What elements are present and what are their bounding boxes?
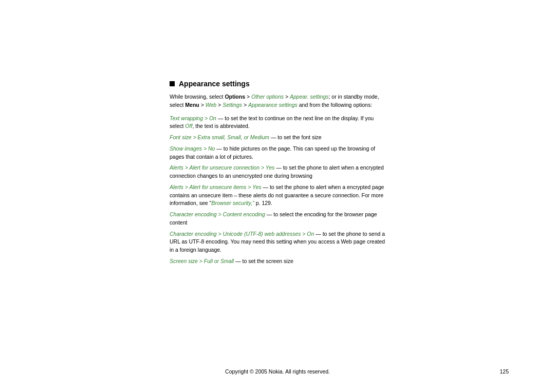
option-alerts-items-label: Alerts > Alert for unsecure items > Yes xyxy=(170,184,262,190)
option-char-encoding-unicode-label: Character encoding > Unicode (UTF-8) web… xyxy=(170,231,314,237)
option-show-images: Show images > No — to hide pictures on t… xyxy=(170,145,385,161)
section-header: Appearance settings xyxy=(170,80,385,88)
option-screen-size-label: Screen size > Full or Small xyxy=(170,258,234,264)
appear-settings-link: Appear. settings xyxy=(290,94,329,100)
options-bold: Options xyxy=(225,94,245,100)
appearance-settings-link: Appearance settings xyxy=(248,102,298,108)
option-screen-size: Screen size > Full or Small — to set the… xyxy=(170,257,385,266)
option-alerts-connection-label: Alerts > Alert for unsecure connection >… xyxy=(170,164,274,171)
menu-bold: Menu xyxy=(185,102,199,108)
intro-text-1f: > xyxy=(216,102,223,108)
intro-text-1e: > xyxy=(199,102,206,108)
option-font-size-desc: — to set the font size xyxy=(269,134,322,140)
option-screen-size-desc: — to set the screen size xyxy=(234,258,293,264)
section-title: Appearance settings xyxy=(179,80,250,88)
option-alerts-connection: Alerts > Alert for unsecure connection >… xyxy=(170,164,385,180)
option-font-size-label: Font size > Extra small, Small, or Mediu… xyxy=(170,134,269,140)
section-bullet-icon xyxy=(170,81,175,86)
intro-text-1b: > xyxy=(245,94,251,100)
footer-copyright: Copyright © 2005 Nokia. All rights reser… xyxy=(225,368,330,375)
option-text-wrapping-off: Off xyxy=(185,123,192,129)
content-area: Appearance settings While browsing, sele… xyxy=(170,80,385,269)
footer-page-number: 125 xyxy=(499,368,509,375)
intro-text-1c: > xyxy=(284,94,290,100)
intro-text-1g: > xyxy=(242,102,248,108)
option-alerts-items-end: p. 129. xyxy=(254,200,272,206)
browser-security-link[interactable]: Browser security," xyxy=(211,200,254,206)
option-char-encoding-content: Character encoding > Content encoding — … xyxy=(170,211,385,227)
option-text-wrapping-label: Text wrapping > On xyxy=(170,115,216,121)
page: Appearance settings While browsing, sele… xyxy=(0,0,555,392)
intro-paragraph: While browsing, select Options > Other o… xyxy=(170,93,385,109)
option-alerts-items: Alerts > Alert for unsecure items > Yes … xyxy=(170,183,385,208)
option-show-images-label: Show images > No xyxy=(170,145,215,152)
intro-text-1h: and from the following options: xyxy=(298,102,372,108)
settings-link: Settings xyxy=(223,102,242,108)
intro-text-1: While browsing, select xyxy=(170,94,225,100)
option-text-wrapping-end: , the text is abbreviated. xyxy=(192,123,249,129)
option-text-wrapping: Text wrapping > On — to set the text to … xyxy=(170,115,385,131)
option-font-size: Font size > Extra small, Small, or Mediu… xyxy=(170,134,385,142)
option-char-encoding-content-label: Character encoding > Content encoding xyxy=(170,211,265,217)
option-char-encoding-unicode: Character encoding > Unicode (UTF-8) web… xyxy=(170,230,385,254)
other-options-link: Other options xyxy=(251,94,284,100)
web-link: Web xyxy=(206,102,216,108)
